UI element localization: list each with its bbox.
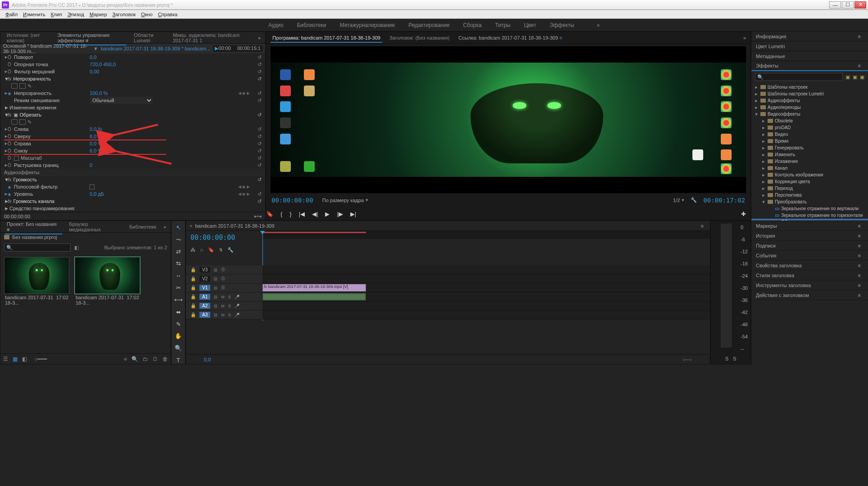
project-search-input[interactable] [4, 243, 71, 252]
mark-out-icon[interactable]: } [289, 211, 291, 217]
tree-item[interactable]: ►Канал [751, 165, 868, 171]
timeline-timecode[interactable]: 00:00:00:00 [190, 234, 235, 242]
metadata-panel-header[interactable]: Метаданные [751, 51, 868, 61]
fx-channel-volume[interactable]: ►fxГромкость канала↺ [0, 198, 265, 205]
prop-crop-feather[interactable]: Растушевка границ [13, 162, 90, 168]
program-monitor[interactable] [271, 46, 746, 193]
preset-badge-icon[interactable]: ▣ [853, 74, 857, 80]
fx-crop[interactable]: ▼fx▣Обрезать↺ [0, 111, 265, 118]
new-item-icon[interactable]: 🗋 [153, 356, 158, 362]
menu-clip[interactable]: Клип [48, 12, 65, 17]
settings-icon[interactable]: ↯ [219, 247, 223, 253]
prop-anchor[interactable]: Опорная точка [13, 62, 90, 67]
linked-sel-icon[interactable]: ∩ [200, 247, 203, 253]
find-icon[interactable]: 🔍 [131, 356, 138, 362]
tree-item[interactable]: ►Искажение [751, 158, 868, 165]
icon-view-icon[interactable]: ▦ [13, 356, 18, 362]
project-overflow-icon[interactable]: » [161, 224, 169, 230]
program-overflow-icon[interactable]: » [741, 35, 749, 40]
panel-section[interactable]: Свойства заголовка≡ [751, 261, 868, 270]
step-fwd-icon[interactable]: |▶ [337, 211, 343, 217]
fx-time-remap[interactable]: ►Изменение времени [0, 104, 265, 111]
menu-marker[interactable]: Маркер [87, 12, 110, 17]
track-a1[interactable]: A1 [199, 294, 210, 300]
ec-mini-ruler[interactable]: ▶ 00:00 00:00:15:1 [213, 45, 262, 52]
prop-opacity[interactable]: Непрозрачность [13, 90, 90, 96]
lock-icon[interactable]: 🔒 [190, 267, 196, 272]
program-res-dropdown[interactable]: 1/2 [673, 198, 680, 203]
tab-reference[interactable]: Ссылка: bandicam 2017-07-31 18-38-19-309… [454, 33, 567, 42]
timeline-zero[interactable]: 0,0 [204, 357, 211, 362]
tab-source[interactable]: Источник: (нет клипов) [2, 31, 53, 45]
tab-libraries[interactable]: Библиотеки [125, 222, 161, 231]
tabs-overflow-icon[interactable]: » [255, 35, 263, 40]
selection-tool-icon[interactable]: ↖ [174, 224, 182, 231]
effects-search-input[interactable] [755, 73, 843, 81]
tree-item[interactable]: ►Контроль изображения [751, 171, 868, 178]
menu-window[interactable]: Окно [138, 12, 155, 17]
prop-rotation[interactable]: Поворот [13, 54, 90, 60]
tab-lumetri-scopes[interactable]: Области Lumetri [129, 31, 168, 45]
list-view-icon[interactable]: ☰ [3, 356, 8, 362]
ec-zoom-icon[interactable]: ▸▪◂ [254, 213, 262, 219]
panel-section[interactable]: Маркеры≡ [751, 221, 868, 231]
prop-bypass[interactable]: Полосовой фильтр [13, 184, 90, 189]
tree-item[interactable]: ►Видео [751, 131, 868, 138]
panel-section[interactable]: История≡ [751, 231, 868, 241]
tree-item[interactable]: ►Изменить [751, 151, 868, 158]
track-select-tool-icon[interactable]: ⤳ [174, 236, 182, 243]
razor-tool-icon[interactable]: ✂ [174, 284, 182, 292]
audio-clip[interactable] [262, 293, 366, 301]
preset-badge-icon[interactable]: ▣ [845, 74, 850, 80]
go-to-out-icon[interactable]: ▶| [350, 211, 356, 217]
ws-titles[interactable]: Титры [495, 22, 511, 28]
slide-tool-icon[interactable]: ⬌ [174, 308, 182, 316]
prop-flicker[interactable]: Фильтр мерцаний [13, 69, 90, 74]
add-marker-icon[interactable]: 🔖 [266, 211, 273, 217]
automate-icon[interactable]: ⎆ [124, 356, 127, 362]
menu-edit[interactable]: Изменить [20, 12, 48, 17]
tree-item[interactable]: ►Переход [751, 185, 868, 192]
zoom-slider[interactable]: ○━━━ [34, 356, 47, 362]
tree-item[interactable]: ►Аудиоэффекты [751, 97, 868, 104]
tab-project[interactable]: Проект: Без названия ≡ [2, 220, 65, 234]
filter-bin-icon[interactable]: ◧ [74, 245, 79, 251]
ws-meta[interactable]: Метажурналирование [340, 22, 395, 28]
tree-item[interactable]: ►Коррекция цвета [751, 178, 868, 185]
close-button[interactable]: ✕ [854, 1, 866, 9]
panel-section[interactable]: Инструменты заголовка≡ [751, 280, 868, 290]
minimize-button[interactable]: — [829, 1, 841, 9]
ws-assembly[interactable]: Сборка [463, 22, 482, 28]
solo-left[interactable]: S [725, 356, 728, 361]
blend-mode-select[interactable]: Обычный [90, 97, 153, 104]
prop-crop-zoom[interactable]: Масштаб [13, 155, 90, 161]
hand-tool-icon[interactable]: ✋ [174, 332, 182, 340]
zoom-tool-icon[interactable]: 🔍 [174, 344, 182, 352]
tree-item[interactable]: ►Время [751, 138, 868, 144]
tab-title[interactable]: Заголовок: (Без названия) [385, 33, 454, 42]
track-v3[interactable]: V3 [199, 267, 210, 273]
tree-item[interactable]: ►Перспектива [751, 192, 868, 198]
settings-icon[interactable]: 🔧 [691, 197, 697, 203]
tree-item[interactable]: ▼Видеоэффекты [751, 111, 868, 117]
go-to-in-icon[interactable]: |◀ [299, 211, 305, 217]
type-tool-icon[interactable]: T [174, 356, 182, 364]
step-back-icon[interactable]: ◀| [312, 211, 318, 217]
project-item[interactable]: bandicam 2017-07-31 18-3...17:02 [75, 257, 140, 306]
freeform-view-icon[interactable]: ◧ [22, 356, 27, 362]
prop-crop-bottom[interactable]: Снизу [13, 148, 90, 153]
track-v2[interactable]: V2 [199, 276, 210, 282]
panel-section[interactable]: Действия с заголовком≡ [751, 290, 868, 300]
tree-item[interactable]: ▭Зеркальное отражение по вертикали [751, 205, 868, 212]
ws-edit[interactable]: Редактирование [408, 22, 449, 28]
tree-item[interactable]: ►proDAD [751, 124, 868, 131]
fx-opacity[interactable]: ▼fxНепрозрачность↺ [0, 75, 265, 82]
panel-section[interactable]: Подписи≡ [751, 241, 868, 251]
close-sequence-icon[interactable]: × [190, 223, 192, 229]
tab-program[interactable]: Программа: bandicam 2017-07-31 18-38-19-… [268, 33, 385, 42]
prop-crop-top[interactable]: Сверху [13, 134, 90, 139]
video-clip[interactable]: fx bandicam 2017-07-31 18-38-19-309.mp4 … [262, 284, 366, 292]
new-bin-icon[interactable]: 🗀 [143, 356, 148, 362]
menu-title[interactable]: Заголовок [110, 12, 139, 17]
button-editor-icon[interactable]: ✚ [741, 211, 746, 217]
